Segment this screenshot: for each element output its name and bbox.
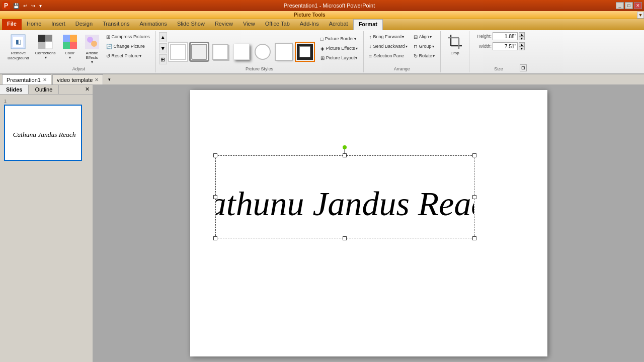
signature-image: Cathunu Jandus Reach (215, 155, 474, 238)
svg-rect-6 (45, 42, 52, 49)
picture-style-6[interactable] (274, 42, 294, 62)
slide-1-preview: Cathunu Jandus Reach (7, 108, 81, 158)
panel-tab-slides[interactable]: Slides (0, 85, 29, 94)
selected-image[interactable]: Cathunu Jandus Reach (215, 155, 474, 238)
selection-pane-icon: ≡ (369, 53, 372, 59)
artistic-effects-button[interactable]: ArtisticEffects ▾ (82, 32, 103, 65)
tab-animations[interactable]: Animations (134, 19, 172, 30)
group-button[interactable]: ⊓ Group ▾ (411, 42, 438, 51)
styles-more[interactable]: ⊞ (159, 54, 167, 64)
picture-border-button[interactable]: □ Picture Border ▾ (318, 34, 360, 43)
tab-format[interactable]: Format (353, 19, 383, 30)
tab-view[interactable]: View (238, 19, 260, 30)
width-input[interactable] (493, 42, 518, 50)
handle-top-middle[interactable] (343, 153, 347, 157)
picture-layout-icon: ⊞ (320, 55, 325, 61)
handle-top-left[interactable] (213, 153, 217, 157)
left-panel: Slides Outline ✕ 1 Cathunu Jandus Reach (0, 85, 93, 362)
change-picture-button[interactable]: 🔄 Change Picture (104, 42, 152, 51)
height-spinner: ▲ ▼ (519, 32, 525, 40)
handle-middle-left[interactable] (213, 195, 217, 199)
slide-1-thumbnail[interactable]: Cathunu Jandus Reach (4, 105, 82, 161)
picture-style-5[interactable] (253, 42, 273, 62)
tab-file[interactable]: File (2, 19, 22, 30)
tab-video-template[interactable]: video template ✕ (52, 74, 104, 84)
send-backward-button[interactable]: ↓ Send Backward ▾ (367, 42, 410, 51)
close-button[interactable]: ✕ (634, 2, 642, 9)
tab-transitions[interactable]: Transitions (98, 19, 134, 30)
tab-home[interactable]: Home (22, 19, 46, 30)
compress-pictures-button[interactable]: ⊞ Compress Pictures (104, 32, 152, 41)
arrange-group-label: Arrange (364, 66, 441, 71)
tab-add-ins[interactable]: Add-Ins (295, 19, 324, 30)
panel-tabs: Slides Outline ✕ (0, 85, 93, 95)
content-area: Slides Outline ✕ 1 Cathunu Jandus Reach (0, 85, 644, 362)
picture-style-7[interactable] (295, 42, 315, 62)
align-icon: ⊟ (414, 34, 418, 40)
tab-presentation1[interactable]: Presentation1 ✕ (2, 74, 51, 84)
tab-office-tab[interactable]: Office Tab (260, 19, 295, 30)
tab-acrobat[interactable]: Acrobat (324, 19, 353, 30)
height-down-button[interactable]: ▼ (519, 36, 525, 40)
corrections-button[interactable]: Corrections ▾ (33, 32, 58, 65)
svg-text:Cathunu Jandus Reach: Cathunu Jandus Reach (13, 131, 75, 138)
width-down-button[interactable]: ▼ (519, 46, 525, 50)
handle-bottom-right[interactable] (472, 236, 476, 240)
new-tab-button[interactable]: ▾ (105, 74, 113, 84)
size-group-label: Size (469, 66, 528, 71)
redo-quick-btn[interactable]: ↪ (30, 3, 36, 9)
tab-slide-show[interactable]: Slide Show (172, 19, 210, 30)
undo-quick-btn[interactable]: ↩ (22, 3, 28, 9)
corrections-icon (37, 34, 53, 50)
picture-styles-side-buttons: □ Picture Border ▾ ◈ Picture Effects ▾ ⊞… (318, 34, 360, 69)
close-panel-button[interactable]: ✕ (82, 85, 93, 94)
minimize-button[interactable]: _ (616, 2, 624, 9)
rotate-button[interactable]: ↻ Rotate ▾ (411, 51, 438, 60)
artistic-effects-icon (84, 34, 100, 50)
tab-review[interactable]: Review (210, 19, 238, 30)
crop-button[interactable]: Crop (444, 32, 466, 65)
height-up-button[interactable]: ▲ (519, 32, 525, 36)
picture-style-2[interactable] (189, 42, 209, 62)
send-backward-icon: ↓ (369, 44, 372, 49)
height-input[interactable] (493, 32, 518, 40)
slide-canvas: Cathunu Jandus Reach (190, 90, 547, 356)
ribbon-expand-icon[interactable]: ▼ (637, 12, 644, 19)
remove-background-button[interactable]: ◧ RemoveBackground (5, 32, 32, 65)
handle-middle-right[interactable] (472, 195, 476, 199)
picture-style-4[interactable] (231, 42, 252, 62)
tab-insert[interactable]: Insert (46, 19, 70, 30)
arrange-buttons-col2: ⊟ Align ▾ ⊓ Group ▾ ↻ Rotate ▾ (411, 32, 438, 67)
width-row: Width: ▲ ▼ (472, 42, 525, 50)
customize-quick-btn[interactable]: ▾ (38, 3, 43, 9)
picture-style-1[interactable] (168, 42, 188, 62)
picture-style-3[interactable] (210, 42, 230, 62)
tab-video-template-close[interactable]: ✕ (95, 77, 99, 82)
restore-button[interactable]: □ (625, 2, 633, 9)
picture-layout-button[interactable]: ⊞ Picture Layout ▾ (318, 53, 360, 62)
selection-pane-button[interactable]: ≡ Selection Pane (367, 51, 410, 60)
reset-picture-button[interactable]: ↺ Reset Picture ▾ (104, 51, 152, 60)
adjust-small-buttons: ⊞ Compress Pictures 🔄 Change Picture ↺ R… (104, 32, 152, 67)
styles-scroll-up[interactable]: ▲ (159, 32, 167, 42)
slide-1-number: 1 (4, 99, 89, 104)
svg-rect-9 (63, 42, 70, 49)
rotate-handle[interactable] (343, 145, 347, 149)
window-title: Presentation1 - Microsoft PowerPoint (43, 3, 616, 9)
picture-effects-button[interactable]: ◈ Picture Effects ▾ (318, 44, 360, 53)
color-button[interactable]: Color ▾ (59, 32, 80, 65)
tab-presentation1-close[interactable]: ✕ (43, 77, 47, 82)
tab-design[interactable]: Design (70, 19, 98, 30)
picture-effects-icon: ◈ (320, 46, 325, 51)
size-group: Height: ▲ ▼ Width: ▲ ▼ ⊡ Size (469, 31, 528, 72)
align-button[interactable]: ⊟ Align ▾ (411, 32, 438, 41)
width-up-button[interactable]: ▲ (519, 42, 525, 46)
handle-bottom-middle[interactable] (343, 236, 347, 240)
save-quick-btn[interactable]: 💾 (12, 3, 20, 9)
bring-forward-button[interactable]: ↑ Bring Forward ▾ (367, 32, 410, 41)
handle-bottom-left[interactable] (213, 236, 217, 240)
panel-tab-outline[interactable]: Outline (29, 85, 59, 94)
styles-scroll-down[interactable]: ▼ (159, 43, 167, 53)
picture-tools-context-label: Picture Tools ▼ (0, 11, 644, 19)
handle-top-right[interactable] (472, 153, 476, 157)
